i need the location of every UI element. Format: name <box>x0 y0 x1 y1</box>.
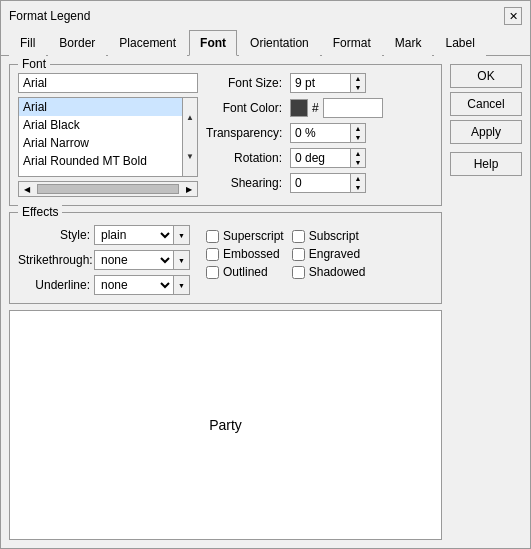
shearing-input[interactable] <box>290 173 350 193</box>
strikethrough-label: Strikethrough: <box>18 253 90 267</box>
preview-text: Party <box>209 417 242 433</box>
dialog: Format Legend ✕ Fill Border Placement Fo… <box>0 0 531 549</box>
font-section-inner: Arial Arial Black Arial Narrow Arial Rou… <box>18 73 433 197</box>
effects-section-label: Effects <box>18 205 62 219</box>
rotation-up[interactable]: ▲ <box>351 149 365 158</box>
scroll-right-btn[interactable]: ▶ <box>181 182 197 196</box>
font-size-spinner: ▲ ▼ <box>290 73 366 93</box>
font-section-label: Font <box>18 57 50 71</box>
tab-orientation[interactable]: Orientation <box>239 30 320 56</box>
font-item-arial[interactable]: Arial <box>19 98 182 116</box>
superscript-item: Superscript <box>206 229 284 243</box>
superscript-checkbox[interactable] <box>206 230 219 243</box>
font-list-container: Arial Arial Black Arial Narrow Arial Rou… <box>18 73 198 197</box>
help-button[interactable]: Help <box>450 152 522 176</box>
transparency-down[interactable]: ▼ <box>351 133 365 142</box>
transparency-spinner: ▲ ▼ <box>290 123 366 143</box>
shadowed-checkbox[interactable] <box>292 266 305 279</box>
font-color-row: Font Color: # 3F3F3F <box>206 98 433 118</box>
scroll-thumb[interactable] <box>37 184 179 194</box>
font-listbox-row: Arial Arial Black Arial Narrow Arial Rou… <box>18 97 198 177</box>
embossed-label: Embossed <box>223 247 280 261</box>
tab-font[interactable]: Font <box>189 30 237 56</box>
font-listbox[interactable]: Arial Arial Black Arial Narrow Arial Rou… <box>18 97 182 177</box>
underline-row: Underline: none single double ▼ <box>18 275 190 295</box>
tab-placement[interactable]: Placement <box>108 30 187 56</box>
shearing-arrows: ▲ ▼ <box>350 173 366 193</box>
ok-button[interactable]: OK <box>450 64 522 88</box>
shadowed-item: Shadowed <box>292 265 370 279</box>
font-size-row: Font Size: ▲ ▼ <box>206 73 433 93</box>
close-button[interactable]: ✕ <box>504 7 522 25</box>
style-dropdown-arrow[interactable]: ▼ <box>174 225 190 245</box>
tab-mark[interactable]: Mark <box>384 30 433 56</box>
outlined-label: Outlined <box>223 265 268 279</box>
style-row: Style: plain italic bold bold italic ▼ <box>18 225 190 245</box>
strikethrough-dropdown-arrow[interactable]: ▼ <box>174 250 190 270</box>
tab-format[interactable]: Format <box>322 30 382 56</box>
apply-button[interactable]: Apply <box>450 120 522 144</box>
scroll-up-btn[interactable]: ▲ <box>183 98 197 137</box>
outlined-item: Outlined <box>206 265 284 279</box>
tab-border[interactable]: Border <box>48 30 106 56</box>
transparency-arrows: ▲ ▼ <box>350 123 366 143</box>
color-hex-input[interactable]: 3F3F3F <box>323 98 383 118</box>
subscript-checkbox[interactable] <box>292 230 305 243</box>
color-swatch[interactable] <box>290 99 308 117</box>
shadowed-label: Shadowed <box>309 265 366 279</box>
font-size-down[interactable]: ▼ <box>351 83 365 92</box>
underline-select[interactable]: none single double <box>94 275 174 295</box>
shearing-label: Shearing: <box>206 176 286 190</box>
engraved-label: Engraved <box>309 247 360 261</box>
shearing-row: Shearing: ▲ ▼ <box>206 173 433 193</box>
scroll-down-btn[interactable]: ▼ <box>183 137 197 176</box>
effects-checkboxes: Superscript Subscript Embossed <box>206 225 369 295</box>
dialog-title: Format Legend <box>9 9 90 23</box>
engraved-item: Engraved <box>292 247 370 261</box>
effects-dropdowns: Style: plain italic bold bold italic ▼ <box>18 225 190 295</box>
strikethrough-row: Strikethrough: none single double ▼ <box>18 250 190 270</box>
scroll-left-btn[interactable]: ◀ <box>19 182 35 196</box>
rotation-input[interactable] <box>290 148 350 168</box>
font-horiz-scrollbar[interactable]: ◀ ▶ <box>18 181 198 197</box>
rotation-row: Rotation: ▲ ▼ <box>206 148 433 168</box>
font-item-arial-rounded[interactable]: Arial Rounded MT Bold <box>19 152 182 170</box>
subscript-label: Subscript <box>309 229 359 243</box>
strikethrough-select-container: none single double ▼ <box>94 250 190 270</box>
font-item-arial-black[interactable]: Arial Black <box>19 116 182 134</box>
font-size-label: Font Size: <box>206 76 286 90</box>
checkboxes-grid: Superscript Subscript Embossed <box>206 229 369 279</box>
strikethrough-select[interactable]: none single double <box>94 250 174 270</box>
hash-symbol: # <box>312 101 319 115</box>
font-properties: Font Size: ▲ ▼ Font Color: <box>206 73 433 197</box>
engraved-checkbox[interactable] <box>292 248 305 261</box>
font-color-label: Font Color: <box>206 101 286 115</box>
rotation-spinner: ▲ ▼ <box>290 148 366 168</box>
effects-inner: Style: plain italic bold bold italic ▼ <box>18 221 433 295</box>
shearing-up[interactable]: ▲ <box>351 174 365 183</box>
style-select-container: plain italic bold bold italic ▼ <box>94 225 190 245</box>
rotation-label: Rotation: <box>206 151 286 165</box>
font-size-arrows: ▲ ▼ <box>350 73 366 93</box>
subscript-item: Subscript <box>292 229 370 243</box>
transparency-up[interactable]: ▲ <box>351 124 365 133</box>
preview-box: Party <box>9 310 442 540</box>
underline-dropdown-arrow[interactable]: ▼ <box>174 275 190 295</box>
style-select[interactable]: plain italic bold bold italic <box>94 225 174 245</box>
tab-label[interactable]: Label <box>434 30 485 56</box>
outlined-checkbox[interactable] <box>206 266 219 279</box>
font-size-up[interactable]: ▲ <box>351 74 365 83</box>
shearing-down[interactable]: ▼ <box>351 183 365 192</box>
transparency-input[interactable] <box>290 123 350 143</box>
main-content: Font Arial Arial Black Arial Narrow Aria… <box>9 64 442 540</box>
font-name-input[interactable] <box>18 73 198 93</box>
tab-fill[interactable]: Fill <box>9 30 46 56</box>
effects-section: Effects Style: plain italic bold <box>9 212 442 304</box>
rotation-down[interactable]: ▼ <box>351 158 365 167</box>
cancel-button[interactable]: Cancel <box>450 92 522 116</box>
font-item-arial-narrow[interactable]: Arial Narrow <box>19 134 182 152</box>
font-section: Font Arial Arial Black Arial Narrow Aria… <box>9 64 442 206</box>
font-size-input[interactable] <box>290 73 350 93</box>
font-listbox-scrollbar[interactable]: ▲ ▼ <box>182 97 198 177</box>
embossed-checkbox[interactable] <box>206 248 219 261</box>
